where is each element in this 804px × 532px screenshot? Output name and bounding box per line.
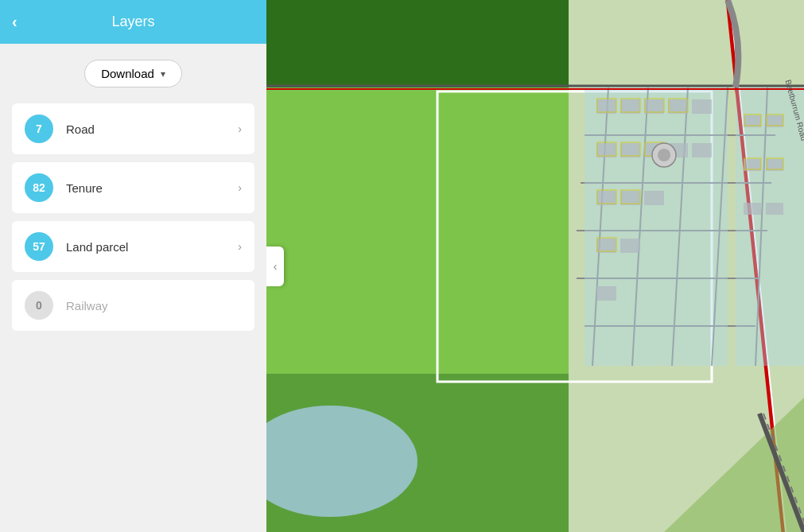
road-badge: 7 [25,115,53,143]
tenure-badge: 82 [25,173,53,202]
sidebar: ‹ Layers Download ▾ 7 Road › 82 Tenure ›… [0,0,266,532]
layer-item-road[interactable]: 7 Road › [12,103,254,154]
svg-rect-22 [668,99,688,114]
sidebar-header: ‹ Layers [0,0,266,44]
svg-rect-30 [620,191,640,205]
download-label: Download [101,67,154,80]
tenure-arrow-icon: › [238,181,242,194]
svg-rect-23 [692,99,712,114]
land-parcel-label: Land parcel [66,240,238,254]
collapse-icon: ‹ [274,260,278,273]
sidebar-title: Layers [111,14,154,30]
svg-rect-32 [596,239,616,253]
layer-item-railway[interactable]: 0 Railway [12,280,254,331]
svg-rect-25 [620,143,640,157]
svg-rect-19 [596,99,616,114]
layer-item-tenure[interactable]: 82 Tenure › [12,162,254,213]
chevron-down-icon: ▾ [161,68,165,80]
layer-item-land-parcel[interactable]: 57 Land parcel › [12,221,254,272]
svg-marker-2 [266,87,585,374]
map-area: ‹ [266,0,804,532]
svg-rect-40 [766,203,783,215]
svg-point-56 [658,149,670,161]
svg-rect-17 [585,87,728,366]
svg-rect-31 [644,191,664,205]
svg-rect-20 [620,99,640,114]
svg-rect-29 [596,191,616,205]
land-parcel-badge: 57 [25,232,53,261]
tenure-label: Tenure [66,181,238,195]
svg-rect-21 [644,99,664,114]
svg-rect-18 [736,87,804,366]
railway-label: Railway [66,299,242,313]
railway-badge: 0 [25,291,53,320]
road-arrow-icon: › [238,122,242,135]
svg-rect-34 [596,286,616,301]
svg-rect-28 [692,143,712,157]
sidebar-body: Download ▾ 7 Road › 82 Tenure › 57 Land … [0,44,266,532]
svg-rect-24 [596,143,616,157]
land-parcel-arrow-icon: › [238,240,242,253]
road-label: Road [66,122,238,136]
collapse-handle[interactable]: ‹ [266,247,284,286]
map-view: Beetburrum Road [266,0,804,532]
svg-rect-39 [744,203,761,215]
download-button[interactable]: Download ▾ [84,60,182,87]
svg-rect-33 [620,239,640,253]
back-button[interactable]: ‹ [12,13,17,31]
